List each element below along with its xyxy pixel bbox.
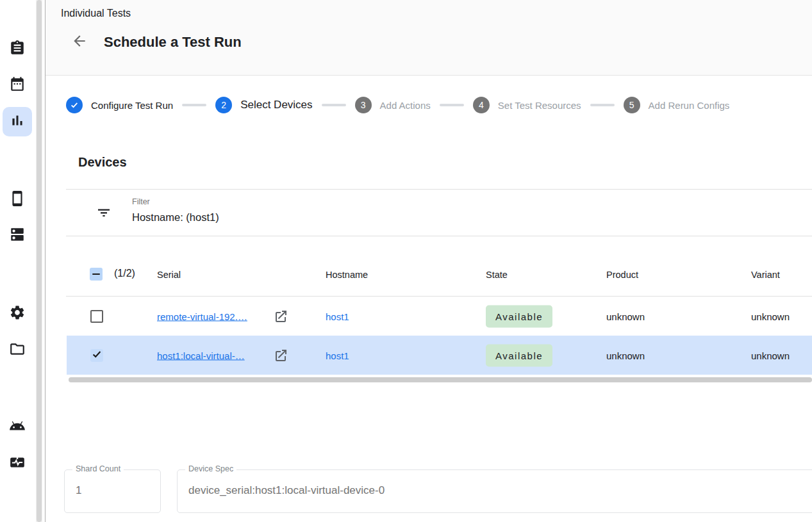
product-value: unknown bbox=[606, 350, 645, 361]
filter-label: Filter bbox=[132, 197, 150, 206]
device-spec-input[interactable] bbox=[188, 484, 812, 497]
android-icon bbox=[9, 418, 26, 437]
column-header-serial: Serial bbox=[157, 270, 181, 280]
step-add-actions[interactable]: 3 Add Actions bbox=[355, 97, 431, 113]
hostname-link[interactable]: host1 bbox=[326, 350, 349, 361]
clipboard-icon bbox=[9, 40, 26, 59]
breadcrumb: Individual Tests bbox=[61, 8, 131, 19]
table-row[interactable]: remote-virtual-192.… host1 Available unk… bbox=[67, 297, 812, 336]
variant-value: unknown bbox=[751, 311, 790, 322]
step-label: Add Actions bbox=[380, 100, 431, 111]
step-connector bbox=[182, 104, 206, 106]
shard-count-input[interactable] bbox=[76, 484, 152, 497]
shard-count-field: Shard Count bbox=[64, 469, 161, 513]
filter-list-icon bbox=[96, 211, 112, 222]
device-serial-link[interactable]: remote-virtual-192.… bbox=[157, 311, 247, 322]
open-in-new-button[interactable] bbox=[273, 309, 288, 324]
selection-count: (1/2) bbox=[114, 268, 135, 279]
state-badge: Available bbox=[486, 344, 552, 366]
storage-icon bbox=[9, 226, 26, 245]
checkmark-icon bbox=[91, 348, 103, 362]
sidebar-item-smartphone[interactable] bbox=[3, 185, 32, 215]
calendar-icon bbox=[9, 76, 26, 95]
column-header-hostname: Hostname bbox=[326, 270, 368, 280]
vertical-scrollbar-thumb[interactable] bbox=[37, 0, 42, 522]
back-arrow-icon bbox=[71, 40, 88, 51]
filter-input[interactable] bbox=[132, 211, 709, 224]
open-in-new-button[interactable] bbox=[273, 348, 288, 363]
stepper: Configure Test Run 2 Select Devices 3 Ad… bbox=[66, 95, 729, 115]
step-set-test-resources[interactable]: 4 Set Test Resources bbox=[473, 97, 581, 113]
step-label: Select Devices bbox=[240, 99, 312, 111]
row-checkbox[interactable] bbox=[90, 310, 103, 323]
step-label: Set Test Resources bbox=[498, 100, 581, 111]
hostname-link[interactable]: host1 bbox=[326, 311, 349, 322]
device-spec-label: Device Spec bbox=[185, 464, 236, 473]
step-label: Add Rerun Configs bbox=[649, 100, 730, 111]
horizontal-scrollbar-thumb[interactable] bbox=[69, 377, 812, 382]
page-header: Individual Tests Schedule a Test Run bbox=[46, 0, 812, 76]
column-header-state: State bbox=[486, 270, 508, 280]
step-label: Configure Test Run bbox=[91, 100, 173, 111]
folder-icon bbox=[9, 341, 26, 360]
gear-icon bbox=[9, 304, 26, 323]
table-row[interactable]: host1:local-virtual-… host1 Available un… bbox=[67, 336, 812, 375]
step-2-number: 2 bbox=[215, 97, 232, 113]
divider bbox=[66, 236, 812, 236]
sidebar-item-storage[interactable] bbox=[3, 221, 32, 250]
step-connector bbox=[322, 104, 346, 106]
step-select-devices[interactable]: 2 Select Devices bbox=[215, 97, 312, 113]
sidebar-item-calendar[interactable] bbox=[3, 70, 32, 100]
sidebar-item-clipboard[interactable] bbox=[3, 35, 32, 64]
shard-count-label: Shard Count bbox=[72, 464, 124, 473]
open-in-new-icon bbox=[273, 354, 288, 365]
step-5-number: 5 bbox=[624, 97, 640, 113]
sidebar-item-android[interactable] bbox=[3, 412, 32, 442]
sidebar-item-pulse[interactable] bbox=[3, 449, 32, 478]
row-checkbox[interactable] bbox=[90, 349, 103, 362]
sidebar bbox=[0, 0, 36, 522]
column-header-product: Product bbox=[606, 270, 638, 280]
bar-chart-icon bbox=[9, 112, 26, 131]
step-connector bbox=[590, 104, 615, 106]
back-button[interactable] bbox=[71, 33, 88, 49]
product-value: unknown bbox=[606, 311, 645, 322]
open-in-new-icon bbox=[273, 315, 288, 326]
sidebar-item-folder[interactable] bbox=[3, 336, 32, 365]
step-1-check-icon bbox=[66, 97, 83, 113]
pulse-icon bbox=[9, 454, 26, 473]
content-left-border bbox=[45, 0, 46, 522]
indeterminate-dash-icon bbox=[92, 273, 100, 275]
step-3-number: 3 bbox=[355, 97, 372, 113]
device-serial-link[interactable]: host1:local-virtual-… bbox=[157, 350, 245, 361]
step-configure-test-run[interactable]: Configure Test Run bbox=[66, 97, 173, 113]
app-window: Individual Tests Schedule a Test Run Con… bbox=[0, 0, 812, 522]
step-add-rerun-configs[interactable]: 5 Add Rerun Configs bbox=[624, 97, 730, 113]
filter-button[interactable] bbox=[96, 205, 112, 220]
state-badge: Available bbox=[486, 305, 552, 327]
column-header-variant: Variant bbox=[751, 270, 780, 280]
device-spec-field: Device Spec bbox=[177, 469, 812, 513]
step-connector bbox=[440, 104, 464, 106]
variant-value: unknown bbox=[751, 350, 790, 361]
page-title: Schedule a Test Run bbox=[104, 34, 242, 51]
divider bbox=[66, 189, 812, 190]
select-all-checkbox[interactable] bbox=[90, 268, 103, 281]
step-4-number: 4 bbox=[473, 97, 490, 113]
sidebar-item-bar-chart[interactable] bbox=[3, 107, 32, 136]
sidebar-item-settings[interactable] bbox=[3, 299, 32, 329]
smartphone-icon bbox=[9, 190, 26, 209]
devices-heading: Devices bbox=[78, 155, 127, 170]
